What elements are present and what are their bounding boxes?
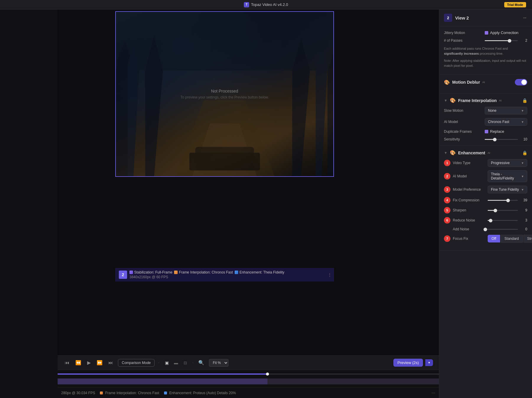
view-title: View 2: [455, 15, 469, 20]
fix-compression-row: 4 Fix Compression 39: [444, 197, 527, 203]
enh-ai-badge: AI: [488, 151, 490, 154]
track-resolution: 3840x2160px @ 60 FPS: [129, 275, 330, 279]
timeline-area[interactable]: [58, 370, 439, 387]
fi-chevron[interactable]: ▼: [444, 98, 447, 103]
model-pref-select[interactable]: Fine Tune Fidelity ▼: [488, 186, 527, 193]
jittery-color-dot: [485, 31, 488, 35]
reduce-noise-thumb[interactable]: [489, 219, 492, 222]
fi-icon: 🎨: [450, 98, 456, 103]
motion-deblur-toggle[interactable]: [515, 79, 527, 85]
zoom-icon[interactable]: 🔍: [197, 359, 205, 367]
jittery-motion-label: Jittery Motion: [444, 31, 482, 35]
video-type-select[interactable]: Progressive ▼: [488, 159, 527, 167]
sharpen-thumb[interactable]: [494, 209, 497, 212]
fix-compression-track[interactable]: [488, 200, 518, 201]
fi-title: Frame Interpolation: [458, 98, 497, 103]
right-sidebar: 2 View 2 ↔ Jittery Motion Apply Correcti…: [439, 9, 532, 398]
expand-icon[interactable]: ↔: [523, 15, 527, 20]
passes-value: 2: [520, 38, 527, 43]
track-menu-icon[interactable]: ⋮: [118, 272, 122, 278]
enh-chevron[interactable]: ▼: [444, 151, 447, 155]
separator2: ·: [192, 360, 194, 365]
sharpen-slider[interactable]: 9: [488, 208, 527, 212]
focus-standard-button[interactable]: Standard: [501, 235, 523, 242]
stab-dot: [129, 271, 133, 274]
add-noise-track[interactable]: [485, 229, 518, 230]
fix-compression-value: 39: [520, 198, 527, 202]
info-text-2: Note: After applying stabilization, inpu…: [444, 58, 527, 68]
focus-strong-button[interactable]: Strong: [523, 235, 532, 242]
add-noise-value: 0: [520, 227, 527, 231]
num-badge-6: 6: [444, 217, 450, 224]
motion-deblur-header: 🎨 Motion Deblur AI: [444, 79, 527, 85]
sharpen-track[interactable]: [488, 210, 518, 211]
num-badge-3: 3: [444, 186, 450, 193]
passes-slider[interactable]: 2: [485, 38, 527, 43]
step-back-button[interactable]: ⏪: [74, 359, 82, 367]
slow-motion-row: Slow Motion None ▼: [444, 107, 527, 114]
skip-end-button[interactable]: ⏭: [107, 359, 114, 367]
preview-caret-button[interactable]: ▼: [425, 359, 433, 366]
timeline-track[interactable]: [58, 378, 439, 384]
play-button[interactable]: ▶: [86, 359, 92, 367]
timeline-clip: [58, 378, 267, 384]
duplicate-frames-control: Replace: [485, 129, 527, 134]
ai-model-enh-select[interactable]: Theia - Details/Fidelity ▼: [488, 170, 527, 182]
num-badge-4: 4: [444, 197, 450, 203]
focus-fix-group: Off Standard Strong: [488, 235, 532, 242]
step-forward-button[interactable]: ⏩: [95, 359, 104, 367]
main-area: Not Processed To preview your settings, …: [0, 9, 532, 398]
fit-select[interactable]: Fit %: [209, 359, 228, 367]
ai-model-enh-caret: ▼: [521, 175, 524, 178]
reduce-noise-row: 6 Reduce Noise 3: [444, 217, 527, 224]
fix-compression-thumb[interactable]: [506, 199, 510, 202]
enh-badge: Enhancement: Theia Fidelity: [235, 270, 284, 274]
timeline-progress: [58, 373, 267, 375]
reduce-noise-slider[interactable]: 3: [488, 218, 527, 222]
content-row: Not Processed To preview your settings, …: [0, 9, 532, 398]
side-view-button[interactable]: ⊟: [182, 359, 189, 366]
num-badge-7: 7: [444, 235, 450, 242]
track-options-icon[interactable]: ⋮: [328, 273, 332, 277]
ai-model-fi-select[interactable]: Chronos Fast ▼: [485, 118, 527, 126]
single-view-button[interactable]: ▬: [172, 359, 180, 366]
preview-button[interactable]: Preview (2s): [393, 359, 423, 367]
status-ellipsis[interactable]: ···: [432, 390, 435, 396]
titlebar: T Topaz Video AI v4.2.0 Trial Mode: [0, 0, 532, 9]
video-frame: Not Processed To preview your settings, …: [115, 11, 334, 177]
timeline-thumb[interactable]: [266, 373, 269, 376]
controls-bar: ⏮ ⏪ ▶ ⏩ ⏭ Comparison Mode · ▣ ▬ ⊟ · 🔍 Fi…: [58, 355, 439, 370]
stab-badge: Stabilization: Full-Frame: [129, 270, 172, 274]
apply-correction-text: Apply Correction: [490, 30, 518, 35]
svg-rect-2: [189, 153, 260, 171]
sensitivity-track[interactable]: [485, 139, 518, 140]
duplicate-frames-label: Duplicate Frames: [444, 130, 482, 134]
sensitivity-thumb[interactable]: [493, 138, 497, 141]
enh-lock-icon[interactable]: 🔒: [522, 151, 527, 155]
passes-track[interactable]: [485, 40, 518, 41]
enh-title-group: ▼ 🎨 Enhancement AI: [444, 150, 490, 156]
passes-thumb[interactable]: [508, 39, 511, 43]
split-view-button[interactable]: ▣: [163, 359, 171, 366]
add-noise-slider[interactable]: 0: [485, 227, 527, 231]
fi-badge: Frame Interpolation: Chronos Fast: [174, 270, 233, 274]
reduce-noise-track[interactable]: [488, 220, 518, 221]
slow-motion-select[interactable]: None ▼: [485, 107, 527, 114]
num-badge-1: 1: [444, 160, 450, 166]
info-text-1: Each additional pass runs Chronos Fast a…: [444, 46, 527, 56]
left-panel: [0, 9, 58, 398]
timeline-bar[interactable]: [58, 373, 439, 375]
comparison-mode-button[interactable]: Comparison Mode: [118, 359, 155, 367]
add-noise-thumb[interactable]: [484, 228, 487, 231]
fix-compression-fill: [488, 200, 508, 201]
ai-model-fi-row: AI Model Chronos Fast ▼: [444, 118, 527, 126]
skip-start-button[interactable]: ⏮: [64, 359, 71, 367]
status-fi-dot: [100, 391, 103, 394]
fix-compression-slider[interactable]: 39: [488, 198, 527, 202]
sensitivity-slider[interactable]: 10: [485, 137, 527, 141]
enh-dot: [235, 271, 238, 274]
fi-lock-icon[interactable]: 🔒: [522, 98, 527, 103]
focus-off-button[interactable]: Off: [488, 235, 500, 242]
slow-motion-caret: ▼: [521, 109, 524, 112]
motion-deblur-icon: 🎨: [444, 80, 450, 85]
